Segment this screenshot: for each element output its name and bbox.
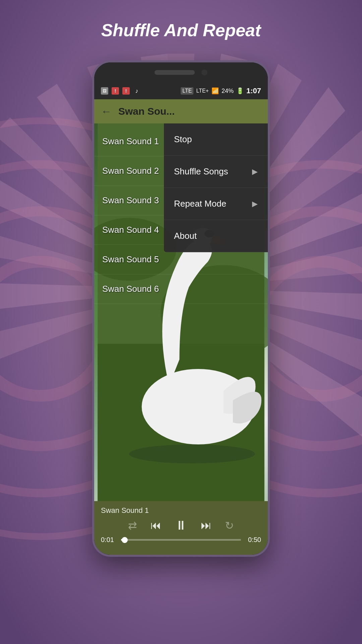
- player-footer: 0:01 0:50: [101, 536, 261, 544]
- battery-icon: 🔋: [236, 87, 244, 95]
- phone-frame: 🖼 ! ! ♪ LTE LTE+ 📶 24% 🔋 1:07 ← Swan Sou…: [92, 60, 270, 557]
- lte-plus-label: LTE+: [196, 88, 209, 94]
- player-controls: ⇄ ⏮ ⏸ ⏭ ↻: [101, 518, 261, 533]
- signal-bars: 📶: [212, 87, 219, 95]
- status-icons-left: 🖼 ! ! ♪: [101, 87, 140, 95]
- pause-button[interactable]: ⏸: [175, 518, 187, 533]
- menu-item-about[interactable]: About: [164, 220, 268, 252]
- repeat-button[interactable]: ↻: [225, 519, 234, 532]
- song-item-6[interactable]: Swan Sound 6: [94, 274, 268, 304]
- back-button[interactable]: ←: [101, 105, 112, 118]
- current-time: 0:01: [101, 536, 116, 544]
- about-label: About: [174, 231, 197, 241]
- app-bar: ← Swan Sou...: [94, 99, 268, 123]
- next-button[interactable]: ⏭: [201, 519, 212, 532]
- menu-item-stop[interactable]: Stop: [164, 123, 268, 156]
- bottom-player: Swan Sound 1 ⇄ ⏮ ⏸ ⏭ ↻ 0:01 0:50: [94, 501, 268, 555]
- battery-percent: 24%: [222, 88, 234, 95]
- status-right: LTE LTE+ 📶 24% 🔋 1:07: [181, 87, 261, 95]
- total-time: 0:50: [246, 536, 261, 544]
- main-content: Swan Sound 1 Swan Sound 2 Swan Sound 3 S…: [94, 123, 268, 501]
- lte-label: LTE: [181, 87, 193, 95]
- progress-bar[interactable]: [121, 539, 241, 541]
- warning-icon-1: !: [112, 87, 119, 95]
- progress-thumb[interactable]: [122, 537, 128, 543]
- page-title: Shuffle And Repeat: [101, 20, 261, 40]
- speaker: [155, 70, 195, 75]
- status-time: 1:07: [246, 87, 261, 95]
- status-bar: 🖼 ! ! ♪ LTE LTE+ 📶 24% 🔋 1:07: [94, 83, 268, 99]
- image-icon: 🖼: [101, 87, 108, 95]
- shuffle-label: Shuffle Songs: [174, 166, 228, 177]
- now-playing-title: Swan Sound 1: [101, 506, 261, 515]
- camera: [201, 69, 207, 75]
- warning-icon-2: !: [122, 87, 130, 95]
- repeat-label: Repeat Mode: [174, 199, 226, 209]
- dropdown-menu: Stop Shuffle Songs ▶ Repeat Mode ▶ About: [164, 123, 268, 252]
- menu-item-shuffle[interactable]: Shuffle Songs ▶: [164, 156, 268, 188]
- prev-button[interactable]: ⏮: [150, 519, 161, 532]
- app-bar-title: Swan Sou...: [118, 106, 261, 117]
- shuffle-button[interactable]: ⇄: [128, 519, 137, 532]
- menu-item-repeat[interactable]: Repeat Mode ▶: [164, 188, 268, 220]
- music-icon: ♪: [133, 87, 140, 95]
- stop-label: Stop: [174, 134, 192, 145]
- phone-notch: [94, 62, 268, 83]
- shuffle-chevron-icon: ▶: [252, 167, 258, 176]
- repeat-chevron-icon: ▶: [252, 200, 258, 208]
